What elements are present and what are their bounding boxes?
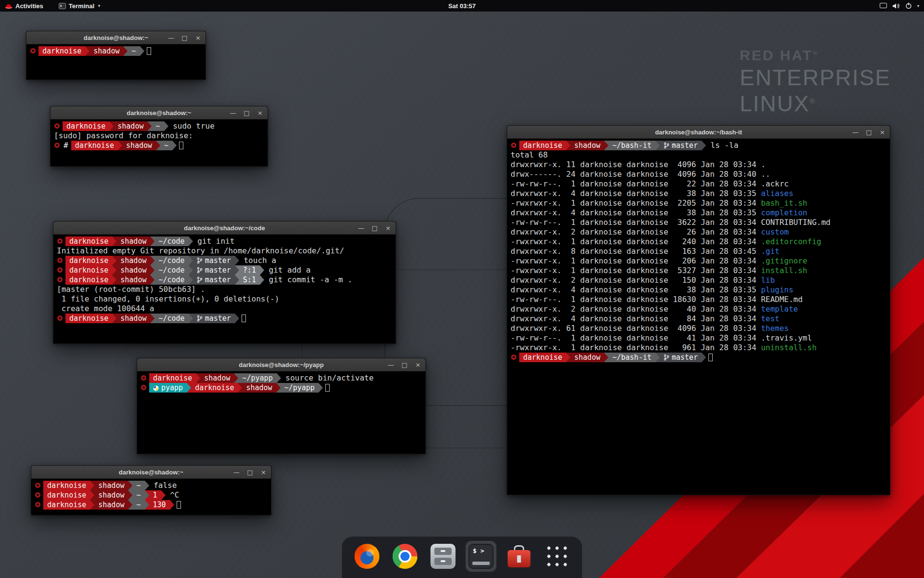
output-text: -rwxrwxr-x. 1 darknoise darknoise 5327 J… <box>511 266 808 275</box>
system-status-area[interactable]: ▾ <box>875 0 924 12</box>
prompt-segment-path: ~ <box>152 121 164 131</box>
window-minimize-button[interactable]: — <box>233 469 240 475</box>
window-titlebar[interactable]: darknoise@shadow:~—□× <box>31 466 271 479</box>
terminal-cursor <box>242 315 246 322</box>
window-close-button[interactable]: × <box>260 469 267 475</box>
window-titlebar[interactable]: darknoise@shadow:~—□× <box>26 31 205 44</box>
terminal-window[interactable]: darknoise@shadow:~—□×darknoiseshadow~ <box>26 31 206 80</box>
terminal-body[interactable]: darknoiseshadow~ falsedarknoiseshadow~1 … <box>31 479 271 510</box>
activities-button[interactable]: Activities <box>0 0 48 12</box>
prompt-line: darknoiseshadow~/codemaster touch a <box>57 256 392 265</box>
terminal-window[interactable]: darknoise@shadow:~/code—□×darknoiseshado… <box>53 221 396 344</box>
command-text: git add a <box>264 265 310 275</box>
window-minimize-button[interactable]: — <box>852 129 859 135</box>
git-branch-icon <box>197 276 203 286</box>
window-maximize-button[interactable]: □ <box>866 129 872 135</box>
output-text: -rw-rw-r--. 1 darknoise darknoise 22 Jan… <box>511 179 789 188</box>
window-minimize-button[interactable]: — <box>168 35 174 41</box>
powerline-separator-icon <box>145 490 149 500</box>
window-minimize-button[interactable]: — <box>230 110 236 116</box>
output-text: [sudo] password for darknoise: <box>54 131 198 140</box>
prompt-line: darknoiseshadow~ <box>30 46 202 56</box>
window-minimize-button[interactable]: — <box>358 225 364 231</box>
terminal-body[interactable]: darknoiseshadow~ sudo true[sudo] passwor… <box>51 119 268 150</box>
window-close-button[interactable]: × <box>879 129 886 135</box>
terminal-window[interactable]: darknoise@shadow:~—□×darknoiseshadow~ fa… <box>31 465 271 515</box>
output-line: drwxrwxr-x. 4 darknoise darknoise 38 Jan… <box>511 285 886 295</box>
prompt-segment-host: shadow <box>570 141 604 150</box>
activities-label: Activities <box>15 2 43 10</box>
powerline-separator-icon <box>655 141 660 150</box>
command-text: git commit -a -m . <box>264 275 352 284</box>
root-prefix: # <box>63 141 71 150</box>
output-line: drwx------. 24 darknoise darknoise 4096 … <box>511 170 886 179</box>
prompt-segment-path: ~ <box>128 46 140 56</box>
prompt-segment-host: shadow <box>94 481 128 490</box>
windows-layer: darknoise@shadow:~—□×darknoiseshadow~dar… <box>0 0 924 578</box>
dock-item-firefox[interactable] <box>352 541 383 572</box>
powerline-separator-icon <box>235 314 239 323</box>
powerline-separator-icon <box>150 275 154 285</box>
dock-item-software[interactable] <box>504 541 535 572</box>
terminal-body[interactable]: darknoiseshadow~ <box>26 44 205 56</box>
terminal-window[interactable]: darknoise@shadow:~—□×darknoiseshadow~ su… <box>50 106 268 167</box>
output-line: drwxrwxr-x. 4 darknoise darknoise 38 Jan… <box>511 189 886 198</box>
window-title: darknoise@shadow:~ <box>84 34 148 41</box>
terminal-window[interactable]: darknoise@shadow:~/pyapp—□×darknoiseshad… <box>137 358 426 454</box>
terminal-body[interactable]: darknoiseshadow~/pyapp source bin/activa… <box>137 371 425 393</box>
window-minimize-button[interactable]: — <box>388 362 394 368</box>
window-titlebar[interactable]: darknoise@shadow:~—□× <box>51 106 268 119</box>
output-text: drwxrwxr-x. 4 darknoise darknoise 38 Jan… <box>511 285 794 294</box>
window-close-button[interactable]: × <box>257 110 263 116</box>
window-maximize-button[interactable]: □ <box>372 225 378 231</box>
powerline-separator-icon <box>702 141 706 150</box>
app-menu-terminal[interactable]: Terminal ▼ <box>54 0 106 12</box>
window-title: darknoise@shadow:~ <box>119 469 183 476</box>
terminal-window[interactable]: darknoise@shadow:~/bash-it—□×darknoisesh… <box>507 125 890 495</box>
powerline-separator-icon <box>189 236 193 246</box>
window-maximize-button[interactable]: □ <box>401 362 408 368</box>
output-line: drwxrwxr-x. 4 darknoise darknoise 84 Jan… <box>511 314 886 324</box>
output-line: -rw-rw-r--. 1 darknoise darknoise 22 Jan… <box>511 179 886 189</box>
window-close-button[interactable]: × <box>415 362 421 368</box>
window-controls: —□× <box>230 106 263 119</box>
dock-item-show-applications[interactable] <box>542 541 573 572</box>
prompt-segment-path: ~ <box>132 490 144 500</box>
powerline-separator-icon <box>112 265 116 275</box>
redhat-logo-icon <box>5 3 13 9</box>
dock-item-files[interactable] <box>428 541 459 572</box>
window-maximize-button[interactable]: □ <box>181 35 188 41</box>
git-branch-icon <box>197 266 203 276</box>
powerline-separator-icon <box>170 500 174 510</box>
window-titlebar[interactable]: darknoise@shadow:~/pyapp—□× <box>137 358 425 371</box>
terminal-cursor <box>325 384 330 392</box>
dock-item-chrome[interactable] <box>390 541 421 572</box>
powerline-separator-icon <box>150 236 154 246</box>
output-line: -rw-rw-r--. 1 darknoise darknoise 3622 J… <box>511 218 886 227</box>
window-close-button[interactable]: × <box>195 35 201 41</box>
prompt-segment-user: darknoise <box>43 481 90 490</box>
window-maximize-button[interactable]: □ <box>244 110 250 116</box>
output-line: -rwxrwxr-x. 1 darknoise darknoise 961 Ja… <box>511 343 886 353</box>
clock[interactable]: Sat 03:57 <box>443 0 480 12</box>
prompt-segment-host: shadow <box>122 141 156 150</box>
powerline-separator-icon <box>112 256 116 265</box>
powerline-separator-icon <box>566 141 570 150</box>
prompt-segment-user: darknoise <box>65 275 112 285</box>
window-controls: —□× <box>852 126 886 138</box>
output-text: create mode 100644 a <box>57 304 154 313</box>
prompt-segment-host: shadow <box>116 314 150 323</box>
window-titlebar[interactable]: darknoise@shadow:~/code—□× <box>53 222 396 235</box>
output-line: drwxrwxr-x. 2 darknoise darknoise 40 Jan… <box>511 304 886 314</box>
window-titlebar[interactable]: darknoise@shadow:~/bash-it—□× <box>507 126 890 139</box>
window-maximize-button[interactable]: □ <box>247 469 253 475</box>
window-close-button[interactable]: × <box>385 225 391 231</box>
powerline-separator-icon <box>260 275 264 285</box>
terminal-body[interactable]: darknoiseshadow~/code git initInitialize… <box>53 235 396 323</box>
prompt-glyph-icon <box>511 355 516 360</box>
window-title: darknoise@shadow:~/bash-it <box>655 129 742 136</box>
terminal-body[interactable]: darknoiseshadow~/bash-itmaster ls -latot… <box>507 139 890 362</box>
terminal-cursor <box>147 47 151 55</box>
output-line: [sudo] password for darknoise: <box>54 131 264 141</box>
dock-item-terminal[interactable] <box>466 541 497 572</box>
